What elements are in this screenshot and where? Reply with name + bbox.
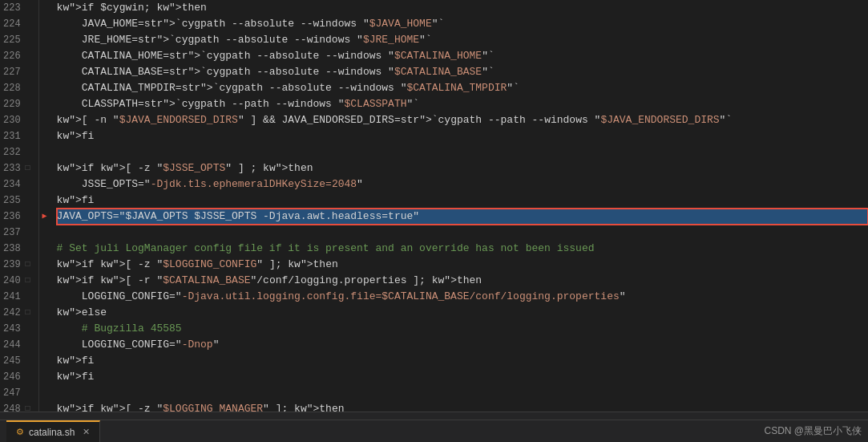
line-indicator xyxy=(39,16,50,32)
line-number: 248□ xyxy=(3,401,32,412)
fold-icon xyxy=(24,385,32,401)
code-line: # Bugzilla 45585 xyxy=(57,321,868,337)
code-line: JRE_HOME=str">`cygpath --absolute --wind… xyxy=(57,32,868,48)
line-indicator xyxy=(39,160,50,176)
code-line xyxy=(57,385,868,401)
fold-icon: □ xyxy=(24,160,32,176)
fold-icon: □ xyxy=(24,305,32,321)
line-number: 235 xyxy=(3,193,32,209)
line-indicator xyxy=(39,273,50,289)
line-number: 223 xyxy=(3,0,32,16)
code-line: CATALINA_TMPDIR=str">`cygpath --absolute… xyxy=(57,80,868,96)
line-indicator xyxy=(39,0,50,16)
line-number: 237 xyxy=(3,225,32,241)
code-line: kw">[ -n "$JAVA_ENDORSED_DIRS" ] && JAVA… xyxy=(57,112,868,128)
fold-icon xyxy=(24,353,32,369)
fold-icon xyxy=(24,289,32,305)
line-indicator xyxy=(39,176,50,193)
fold-icon xyxy=(24,80,32,96)
line-number: 225 xyxy=(3,32,32,48)
line-indicator xyxy=(39,369,50,385)
fold-icon xyxy=(24,48,32,64)
line-number: 246 xyxy=(3,369,32,385)
line-indicator xyxy=(39,64,50,80)
status-text: CSDN @黑曼巴小飞侠 xyxy=(764,424,862,438)
code-line xyxy=(57,225,868,241)
code-line: CATALINA_HOME=str">`cygpath --absolute -… xyxy=(57,48,868,64)
line-number: 226 xyxy=(3,48,32,64)
line-indicator: ▶ xyxy=(39,209,50,225)
fold-icon xyxy=(24,32,32,48)
code-lines[interactable]: kw">if $cygwin; kw">then JAVA_HOME=str">… xyxy=(50,0,868,412)
fold-icon xyxy=(24,369,32,385)
line-indicator xyxy=(39,112,50,128)
fold-icon xyxy=(24,112,32,128)
line-numbers: 223 224 225 226 227 228 229 230 231 232 … xyxy=(0,0,39,412)
line-indicator xyxy=(39,144,50,160)
line-indicator xyxy=(39,337,50,353)
code-line: kw">if kw">[ -z "$JSSE_OPTS" ] ; kw">the… xyxy=(57,160,868,176)
code-line: kw">if $cygwin; kw">then xyxy=(57,0,868,16)
fold-icon xyxy=(24,225,32,241)
tab-label: catalina.sh xyxy=(29,427,75,438)
code-line: # Set juli LogManager config file if it … xyxy=(57,241,868,257)
code-line: LOGGING_CONFIG="-Djava.util.logging.conf… xyxy=(57,289,868,305)
code-line: JAVA_OPTS="$JAVA_OPTS $JSSE_OPTS -Djava.… xyxy=(57,209,868,225)
code-line: kw">fi xyxy=(57,369,868,385)
tab-close-button[interactable]: ✕ xyxy=(83,427,90,437)
code-line: kw">if kw">[ -r "$CATALINA_BASE"/conf/lo… xyxy=(57,273,868,289)
line-number: 231 xyxy=(3,128,32,144)
fold-icon: □ xyxy=(24,273,32,289)
line-indicator xyxy=(39,401,50,412)
bottom-bar: ⚙ catalina.sh ✕ CSDN @黑曼巴小飞侠 xyxy=(0,420,868,442)
line-indicator xyxy=(39,289,50,305)
fold-icon xyxy=(24,0,32,16)
code-line: LOGGING_CONFIG="-Dnop" xyxy=(57,337,868,353)
line-number: 244 xyxy=(3,337,32,353)
fold-icon xyxy=(24,176,32,193)
tab-bar: ⚙ catalina.sh ✕ xyxy=(6,420,100,443)
line-indicator xyxy=(39,96,50,112)
fold-icon xyxy=(24,241,32,257)
line-indicator xyxy=(39,321,50,337)
line-number: 230 xyxy=(3,112,32,128)
fold-icon xyxy=(24,96,32,112)
line-number: 240□ xyxy=(3,273,32,289)
line-number: 229 xyxy=(3,96,32,112)
line-number: 236 xyxy=(3,209,32,225)
line-number: 247 xyxy=(3,385,32,401)
line-indicator xyxy=(39,353,50,369)
code-line: kw">if kw">[ -z "$LOGGING_CONFIG" ]; kw"… xyxy=(57,257,868,273)
code-container: 223 224 225 226 227 228 229 230 231 232 … xyxy=(0,0,868,412)
line-number: 241 xyxy=(3,289,32,305)
line-indicator xyxy=(39,48,50,64)
tab-catalina[interactable]: ⚙ catalina.sh ✕ xyxy=(6,420,100,443)
line-number: 227 xyxy=(3,64,32,80)
fold-icon xyxy=(24,193,32,209)
code-line: kw">fi xyxy=(57,353,868,369)
line-number: 234 xyxy=(3,176,32,193)
fold-icon xyxy=(24,16,32,32)
code-line: JSSE_OPTS="-Djdk.tls.ephemeralDHKeySize=… xyxy=(57,176,868,193)
fold-icon xyxy=(24,321,32,337)
line-number: 243 xyxy=(3,321,32,337)
line-number: 232 xyxy=(3,144,32,160)
code-line: kw">if kw">[ -z "$LOGGING_MANAGER" ]; kw… xyxy=(57,401,868,412)
line-indicator xyxy=(39,32,50,48)
line-indicator xyxy=(39,80,50,96)
line-indicator xyxy=(39,225,50,241)
code-line: kw">fi xyxy=(57,128,868,144)
horizontal-scrollbar[interactable] xyxy=(0,412,868,420)
line-number: 233□ xyxy=(3,160,32,176)
line-indicator xyxy=(39,257,50,273)
line-indicator xyxy=(39,193,50,209)
fold-icon xyxy=(24,209,32,225)
code-line xyxy=(57,144,868,160)
fold-icon xyxy=(24,337,32,353)
line-number: 238 xyxy=(3,241,32,257)
line-indicator xyxy=(39,128,50,144)
code-line: kw">fi xyxy=(57,193,868,209)
fold-icon: □ xyxy=(24,257,32,273)
fold-icon xyxy=(24,144,32,160)
editor-area: 223 224 225 226 227 228 229 230 231 232 … xyxy=(0,0,868,420)
